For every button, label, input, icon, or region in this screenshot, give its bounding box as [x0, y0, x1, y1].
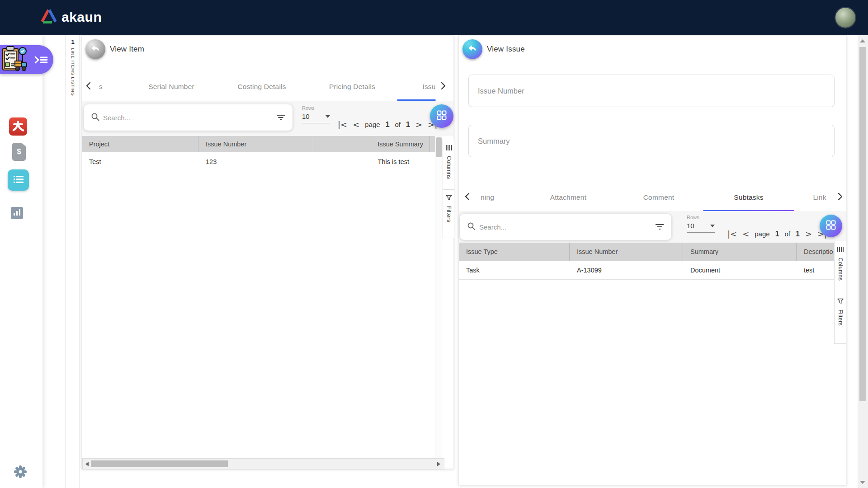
page-word: page — [755, 230, 769, 238]
expand-menu-icon — [34, 56, 48, 66]
tab-issues-active[interactable]: Issu — [422, 83, 435, 91]
next-page-button[interactable]: > — [805, 229, 812, 239]
tab-subtasks-active[interactable]: Subtasks — [734, 193, 763, 202]
scroll-left-arrow-icon[interactable] — [85, 462, 89, 466]
table-horizontal-scrollbar[interactable] — [82, 458, 444, 469]
column-header: Project — [82, 136, 198, 152]
app-sidebar: $ — [0, 35, 42, 488]
filters-side-tab[interactable]: Filters — [835, 293, 846, 343]
columns-side-tab[interactable]: Columns — [443, 140, 454, 189]
summary-label: Summary — [478, 137, 510, 145]
scrollbar-thumb[interactable] — [91, 460, 228, 467]
search-icon — [91, 113, 99, 123]
rows-value: 10 — [687, 222, 694, 230]
tab-pricing-details[interactable]: Pricing Details — [329, 83, 375, 91]
columns-side-tab[interactable]: Columns — [835, 241, 846, 293]
grid-view-button[interactable] — [430, 104, 453, 128]
gear-icon — [13, 465, 28, 481]
scrollbar-thumb[interactable] — [436, 137, 442, 157]
sidebar-listing-button-active[interactable] — [8, 169, 29, 191]
top-header: akaun — [0, 0, 868, 35]
sidebar-reports-button[interactable] — [11, 207, 23, 219]
tab-comment[interactable]: Comment — [643, 193, 675, 202]
table-cell: 123 — [198, 158, 313, 165]
tab-partial-left[interactable]: s — [99, 83, 103, 91]
tab-serial-number[interactable]: Serial Number — [148, 83, 194, 91]
column-header: Issue Summary — [313, 136, 430, 152]
table-cell: test — [797, 267, 834, 274]
columns-icon — [446, 144, 452, 152]
filter-list-icon[interactable] — [276, 114, 285, 121]
sidebar-settings-button[interactable] — [12, 465, 28, 481]
search-icon — [467, 222, 476, 232]
window-vertical-scrollbar[interactable] — [858, 35, 868, 488]
table-vertical-scrollbar[interactable] — [435, 136, 443, 458]
summary-field[interactable]: Summary — [468, 125, 835, 157]
first-page-button[interactable]: |< — [338, 120, 347, 129]
column-header: Issue Number — [570, 243, 683, 261]
prev-page-button[interactable]: < — [353, 120, 359, 129]
back-arrow-icon — [467, 43, 478, 55]
chevron-down-icon — [710, 225, 715, 227]
tab-partial-left[interactable]: ning — [481, 193, 494, 202]
inventory-clipboard-truck-icon — [1, 45, 29, 75]
akaun-logo: akaun — [40, 8, 102, 26]
of-word: of — [785, 230, 791, 238]
issues-table-header: Project Issue Number Issue Summary — [82, 136, 443, 152]
funnel-icon — [837, 298, 844, 306]
tabs-scroll-right-icon[interactable] — [440, 82, 447, 91]
page-total: 1 — [796, 230, 800, 238]
filters-tab-label: Filters — [446, 206, 452, 222]
table-cell: Document — [683, 267, 797, 274]
sidebar-billing-button[interactable]: $ — [12, 143, 26, 161]
chevron-down-icon — [326, 115, 330, 118]
tabs-scroll-left-icon[interactable] — [85, 82, 93, 91]
tabs-scroll-left-icon[interactable] — [464, 192, 472, 202]
view-issue-back-button[interactable] — [462, 39, 482, 59]
filter-list-icon[interactable] — [655, 223, 664, 230]
rows-per-page-select[interactable]: Rows 10 — [302, 105, 330, 123]
subtasks-search-box — [460, 214, 671, 240]
back-arrow-icon — [90, 43, 101, 55]
table-row[interactable]: Test 123 This is test — [82, 152, 443, 171]
cjk-character-icon — [12, 120, 24, 133]
page-word: page — [365, 121, 380, 128]
scrollbar-thumb[interactable] — [859, 47, 866, 401]
rows-value: 10 — [302, 113, 310, 120]
list-icon — [13, 175, 24, 186]
grid-view-button[interactable] — [820, 215, 842, 237]
issue-number-field[interactable]: Issue Number — [468, 75, 835, 107]
funnel-icon — [446, 194, 452, 202]
table-row[interactable]: Task A-13099 Document test — [459, 261, 834, 280]
prev-page-button[interactable]: < — [742, 229, 749, 239]
line-items-listing-vertical-tab[interactable]: 1 LINE ITEMS LISTING — [66, 35, 80, 488]
filters-side-tab[interactable]: Filters — [443, 189, 454, 238]
pagination: |< < page 1 of 1 > >| — [338, 120, 437, 129]
columns-icon — [837, 246, 844, 254]
user-avatar[interactable] — [835, 8, 855, 28]
column-header: Descriptio — [797, 243, 834, 261]
scroll-down-arrow-icon[interactable] — [860, 481, 865, 484]
table-cell: Task — [459, 267, 570, 274]
scroll-right-arrow-icon[interactable] — [437, 462, 440, 466]
search-input[interactable] — [479, 223, 655, 231]
view-issue-panel: View Issue Issue Number Summary ning Att… — [458, 35, 847, 485]
search-input[interactable] — [103, 114, 276, 122]
issue-number-label: Issue Number — [478, 87, 524, 95]
tab-costing-details[interactable]: Costing Details — [237, 83, 286, 91]
table-side-tabs: Columns Filters — [834, 241, 846, 344]
view-item-title: View Item — [110, 45, 144, 54]
view-item-back-button[interactable] — [85, 39, 105, 59]
tab-link[interactable]: Link — [813, 193, 826, 202]
filters-tab-label: Filters — [837, 310, 844, 326]
tabs-scroll-right-icon[interactable] — [837, 192, 844, 202]
tab-attachment[interactable]: Attachment — [550, 193, 586, 202]
first-page-button[interactable]: |< — [727, 229, 737, 239]
scroll-up-arrow-icon[interactable] — [860, 39, 865, 42]
sidebar-app-red-button[interactable] — [9, 117, 27, 136]
rows-label: Rows — [302, 105, 330, 111]
next-page-button[interactable]: > — [415, 120, 422, 129]
issues-search-box — [84, 104, 292, 131]
table-cell: This is test — [313, 158, 430, 165]
rows-per-page-select[interactable]: Rows 10 — [687, 215, 715, 233]
